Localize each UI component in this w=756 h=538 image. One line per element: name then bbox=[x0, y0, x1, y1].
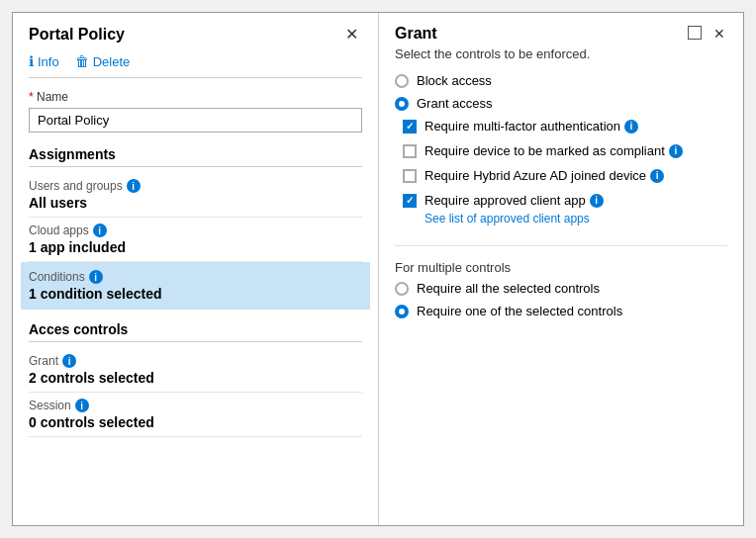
users-groups-value: All users bbox=[29, 195, 362, 211]
right-panel-header: Grant ✕ bbox=[395, 25, 727, 43]
compliant-label: Require device to be marked as compliant… bbox=[425, 143, 683, 158]
require-one-row[interactable]: Require one of the selected controls bbox=[395, 304, 727, 318]
grant-value: 2 controls selected bbox=[29, 370, 362, 386]
main-container: Portal Policy ✕ ℹ Info 🗑 Delete * Name A… bbox=[12, 12, 744, 526]
maximize-button[interactable] bbox=[686, 26, 704, 43]
info-icon: ℹ bbox=[29, 53, 34, 69]
divider bbox=[395, 245, 727, 246]
multiple-controls-label: For multiple controls bbox=[395, 260, 727, 275]
approved-app-info-icon[interactable]: i bbox=[590, 194, 604, 208]
grant-access-row[interactable]: Grant access bbox=[395, 96, 727, 111]
maximize-icon bbox=[688, 26, 702, 40]
block-access-row[interactable]: Block access bbox=[395, 73, 727, 88]
mfa-info-icon[interactable]: i bbox=[624, 120, 638, 134]
block-access-label: Block access bbox=[417, 73, 492, 88]
name-label: * Name bbox=[29, 90, 362, 104]
mfa-label: Require multi-factor authentication i bbox=[425, 119, 638, 134]
hybrid-checkbox[interactable] bbox=[403, 169, 417, 183]
conditions-label: Conditions i bbox=[29, 270, 362, 284]
acces-controls-heading: Acces controls bbox=[29, 321, 362, 342]
approved-client-apps-link[interactable]: See list of approved client apps bbox=[425, 212, 727, 225]
conditions-row[interactable]: Conditions i 1 condition selected bbox=[21, 262, 370, 310]
tab-info[interactable]: ℹ Info bbox=[29, 53, 59, 69]
hybrid-info-icon[interactable]: i bbox=[650, 169, 664, 183]
right-header-icons: ✕ bbox=[686, 26, 727, 43]
right-panel-title: Grant bbox=[395, 25, 437, 43]
acces-controls-section: Acces controls Grant i 2 controls select… bbox=[29, 321, 362, 437]
users-info-icon[interactable]: i bbox=[127, 179, 141, 193]
required-star: * bbox=[29, 90, 34, 104]
cloud-info-icon[interactable]: i bbox=[93, 224, 107, 237]
grant-row[interactable]: Grant i 2 controls selected bbox=[29, 348, 362, 393]
hybrid-label: Require Hybrid Azure AD joined device i bbox=[425, 168, 664, 183]
left-panel: Portal Policy ✕ ℹ Info 🗑 Delete * Name A… bbox=[13, 13, 379, 525]
session-row[interactable]: Session i 0 controls selected bbox=[29, 393, 362, 437]
require-all-row[interactable]: Require all the selected controls bbox=[395, 281, 727, 296]
users-groups-label: Users and groups i bbox=[29, 179, 362, 193]
require-one-label: Require one of the selected controls bbox=[417, 304, 622, 318]
compliant-checkbox[interactable] bbox=[403, 144, 417, 158]
cloud-apps-value: 1 app included bbox=[29, 239, 362, 255]
cloud-apps-label: Cloud apps i bbox=[29, 224, 362, 237]
tab-info-label: Info bbox=[38, 54, 59, 69]
right-close-button[interactable]: ✕ bbox=[711, 26, 727, 43]
name-input[interactable] bbox=[29, 108, 362, 133]
grant-info-icon[interactable]: i bbox=[62, 354, 76, 368]
block-access-radio[interactable] bbox=[395, 74, 409, 88]
tab-delete-label: Delete bbox=[93, 54, 131, 69]
cloud-apps-row[interactable]: Cloud apps i 1 app included bbox=[29, 218, 362, 262]
mfa-row[interactable]: Require multi-factor authentication i bbox=[403, 119, 727, 134]
delete-icon: 🗑 bbox=[75, 53, 89, 69]
left-panel-header: Portal Policy ✕ bbox=[29, 25, 362, 44]
checkbox-section: Require multi-factor authentication i Re… bbox=[403, 119, 727, 233]
tab-delete[interactable]: 🗑 Delete bbox=[75, 53, 131, 69]
name-field-group: * Name bbox=[29, 90, 362, 146]
conditions-info-icon[interactable]: i bbox=[89, 270, 103, 284]
right-subtitle: Select the controls to be enforced. bbox=[395, 46, 727, 61]
session-info-icon[interactable]: i bbox=[75, 399, 89, 412]
approved-app-row[interactable]: Require approved client app i bbox=[403, 193, 727, 208]
left-panel-title: Portal Policy bbox=[29, 26, 125, 44]
conditions-value: 1 condition selected bbox=[29, 286, 362, 302]
session-label: Session i bbox=[29, 399, 362, 412]
session-value: 0 controls selected bbox=[29, 414, 362, 430]
assignments-heading: Assignments bbox=[29, 146, 362, 167]
left-close-button[interactable]: ✕ bbox=[341, 25, 362, 44]
grant-access-label: Grant access bbox=[417, 96, 493, 111]
require-all-radio[interactable] bbox=[395, 282, 409, 296]
compliant-row[interactable]: Require device to be marked as compliant… bbox=[403, 143, 727, 158]
grant-access-radio[interactable] bbox=[395, 97, 409, 111]
grant-label: Grant i bbox=[29, 354, 362, 368]
right-panel: Grant ✕ Select the controls to be enforc… bbox=[379, 13, 743, 525]
hybrid-row[interactable]: Require Hybrid Azure AD joined device i bbox=[403, 168, 727, 183]
users-groups-row[interactable]: Users and groups i All users bbox=[29, 173, 362, 218]
require-one-radio[interactable] bbox=[395, 305, 409, 318]
require-all-label: Require all the selected controls bbox=[417, 281, 600, 296]
tab-bar: ℹ Info 🗑 Delete bbox=[29, 53, 362, 78]
approved-app-label: Require approved client app i bbox=[425, 193, 604, 208]
compliant-info-icon[interactable]: i bbox=[669, 144, 683, 158]
mfa-checkbox[interactable] bbox=[403, 120, 417, 134]
approved-app-checkbox[interactable] bbox=[403, 194, 417, 208]
